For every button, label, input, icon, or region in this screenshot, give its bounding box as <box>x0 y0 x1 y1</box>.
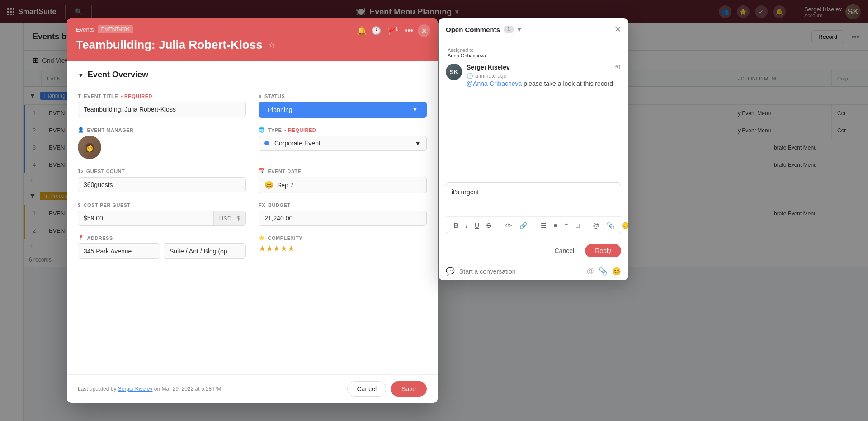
modal-header: Events EVENT-004 Teambuilding: Julia Rob… <box>67 18 438 61</box>
event-detail-modal: Events EVENT-004 Teambuilding: Julia Rob… <box>67 18 438 403</box>
status-chevron-icon: ▼ <box>412 107 418 113</box>
compose-input[interactable] <box>459 268 582 275</box>
comment-author-avatar: SK <box>446 64 462 80</box>
cost-currency-label: USD - $ <box>213 211 245 225</box>
status-button[interactable]: Planning ▼ <box>259 102 427 118</box>
budget-input[interactable] <box>259 210 427 226</box>
comment-item: SK Sergei Kiselev #1 🕐 a minute ago @Ann… <box>446 64 621 89</box>
modal-footer: Last updated by Sergei Kiselev on Mar 29… <box>67 374 438 403</box>
comment-count-badge: 1 <box>504 26 514 33</box>
complexity-stars[interactable]: ★★★★★ <box>259 243 427 253</box>
code-button[interactable]: </> <box>502 221 514 230</box>
section-header: ▼ Event Overview <box>78 70 427 84</box>
modal-body: ▼ Event Overview T EVENT TITLE • REQUIRE… <box>67 61 438 374</box>
event-manager-label: 👤 EVENT MANAGER <box>78 127 246 133</box>
address-line2-input[interactable] <box>164 243 246 259</box>
date-emoji-icon: 😊 <box>264 181 274 189</box>
status-label: ≡ STATUS <box>259 94 427 99</box>
section-toggle-icon[interactable]: ▼ <box>78 71 84 79</box>
budget-label: Fx BUDGET <box>259 202 427 208</box>
breadcrumb-events-link[interactable]: Events <box>76 26 94 33</box>
footer-actions: Cancel Save <box>347 381 427 397</box>
clock-icon[interactable]: 🕐 <box>371 26 381 36</box>
assigned-to-info: Assigned to Anna Gribacheva <box>446 47 621 58</box>
attach-button[interactable]: 📎 <box>604 220 617 230</box>
type-chevron-icon: ▼ <box>415 140 421 147</box>
save-button[interactable]: Save <box>391 381 427 397</box>
field-event-title: T EVENT TITLE • REQUIRED <box>78 94 246 118</box>
event-title-label: T EVENT TITLE • REQUIRED <box>78 94 246 99</box>
comments-body: Assigned to Anna Gribacheva SK Sergei Ki… <box>439 41 628 178</box>
modal-header-actions: 🔔 🕐 🚩1 ••• ✕ <box>357 24 430 37</box>
comment-content: Sergei Kiselev #1 🕐 a minute ago @Anna G… <box>467 64 621 89</box>
more-icon[interactable]: ••• <box>405 26 413 36</box>
address-label: 📍 ADDRESS <box>78 235 246 241</box>
link-button[interactable]: 🔗 <box>517 220 529 230</box>
cancel-button[interactable]: Cancel <box>347 381 386 397</box>
comment-timestamp: 🕐 a minute ago <box>467 73 621 79</box>
comment-mention[interactable]: @Anna Gribacheva <box>467 80 522 87</box>
flag-icon[interactable]: 🚩1 <box>386 26 401 36</box>
close-modal-button[interactable]: ✕ <box>418 24 430 37</box>
event-manager-avatar[interactable]: 👩 <box>78 136 101 159</box>
type-select[interactable]: Corporate Event ▼ <box>259 136 427 151</box>
field-event-manager: 👤 EVENT MANAGER 👩 <box>78 127 246 159</box>
compose-attach-icon[interactable]: 📎 <box>599 267 608 276</box>
reply-input[interactable]: it's urgent <box>446 183 621 215</box>
table-button[interactable]: □ <box>573 220 581 230</box>
field-status: ≡ STATUS Planning ▼ <box>259 94 427 118</box>
comments-panel: Open Comments 1 ▾ ✕ Assigned to Anna Gri… <box>439 18 628 280</box>
bold-button[interactable]: B <box>452 220 461 230</box>
compose-at-icon[interactable]: @ <box>587 267 594 276</box>
mention-button[interactable]: @ <box>590 220 601 230</box>
cost-per-guest-label: $ COST PER GUEST <box>78 202 246 208</box>
modal-title-row: Teambuilding: Julia Robert-Kloss ☆ <box>76 38 429 52</box>
reply-box: it's urgent B I U S </> 🔗 ☰ ≡ ❝ □ @ 📎 😊 <box>446 182 621 234</box>
field-address: 📍 ADDRESS <box>78 235 246 259</box>
comment-text: @Anna Gribacheva please take a look at t… <box>467 79 621 89</box>
guest-count-input[interactable] <box>78 177 246 192</box>
field-guest-count: 1₂ GUEST COUNT <box>78 168 246 193</box>
type-label: 🌐 TYPE • REQUIRED <box>259 127 427 133</box>
comment-filter-icon[interactable]: ▾ <box>518 26 521 33</box>
reply-toolbar: B I U S </> 🔗 ☰ ≡ ❝ □ @ 📎 😊 <box>446 216 621 234</box>
comment-meta: Sergei Kiselev #1 <box>467 64 621 71</box>
event-date-label: 📅 EVENT DATE <box>259 168 427 174</box>
strikethrough-button[interactable]: S <box>484 220 493 230</box>
field-event-date: 📅 EVENT DATE 😊 Sep 7 <box>259 168 427 193</box>
event-date-picker[interactable]: 😊 Sep 7 <box>259 177 427 193</box>
event-title-input[interactable] <box>78 102 246 117</box>
underline-button[interactable]: U <box>472 220 481 230</box>
ordered-list-button[interactable]: ≡ <box>552 220 560 230</box>
address-inputs <box>78 243 246 259</box>
assigned-name: Anna Gribacheva <box>448 53 486 58</box>
compose-emoji-icon[interactable]: 😊 <box>612 267 621 276</box>
notification-icon[interactable]: 🔔 <box>357 26 367 36</box>
address-line1-input[interactable] <box>78 243 160 259</box>
comment-author: Sergei Kiselev <box>467 64 510 71</box>
type-dot-icon <box>264 141 269 145</box>
close-comments-button[interactable]: ✕ <box>614 24 621 34</box>
compose-area: 💬 @ 📎 😊 <box>439 262 628 280</box>
field-type: 🌐 TYPE • REQUIRED Corporate Event ▼ <box>259 127 427 159</box>
compose-icons: @ 📎 😊 <box>587 267 621 276</box>
field-budget: Fx BUDGET <box>259 202 427 226</box>
modal-title: Teambuilding: Julia Robert-Kloss <box>76 38 263 52</box>
reply-cancel-button[interactable]: Cancel <box>548 244 581 257</box>
quote-button[interactable]: ❝ <box>562 220 571 230</box>
section-title: Event Overview <box>88 70 148 80</box>
reply-actions: Cancel Reply <box>439 239 628 262</box>
footer-last-updated: Last updated by Sergei Kiselev on Mar 29… <box>78 386 222 392</box>
unordered-list-button[interactable]: ☰ <box>538 220 549 230</box>
favorite-star-icon[interactable]: ☆ <box>268 40 275 50</box>
cost-per-guest-input[interactable] <box>78 211 213 225</box>
event-id-badge: EVENT-004 <box>98 25 133 33</box>
comments-header: Open Comments 1 ▾ ✕ <box>439 18 628 41</box>
updated-by-link[interactable]: Sergei Kiselev <box>118 386 153 392</box>
compose-icon: 💬 <box>446 267 455 276</box>
emoji-button[interactable]: 😊 <box>619 220 628 230</box>
form-grid: T EVENT TITLE • REQUIRED ≡ STATUS Planni… <box>78 94 427 259</box>
italic-button[interactable]: I <box>463 220 470 230</box>
comments-title: Open Comments 1 ▾ <box>446 26 521 33</box>
reply-button[interactable]: Reply <box>585 244 621 257</box>
